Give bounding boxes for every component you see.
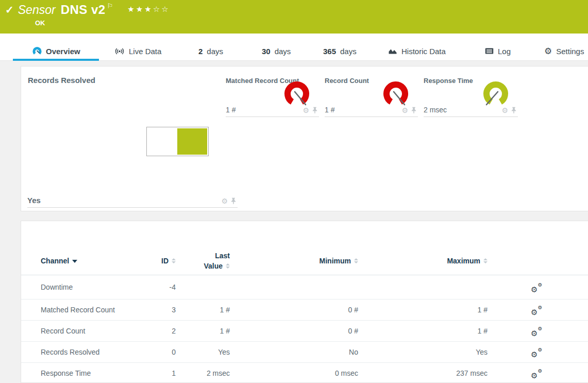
column-header-id[interactable]: ID bbox=[161, 251, 176, 271]
cell-channel: Matched Record Count bbox=[21, 306, 144, 314]
pin-icon[interactable] bbox=[411, 107, 416, 114]
tab-label: Live Data bbox=[129, 47, 161, 56]
gauge-value: 1 # bbox=[325, 106, 334, 114]
area-chart-icon bbox=[388, 47, 397, 55]
widget-gear-icon[interactable]: ⚙ bbox=[303, 107, 309, 114]
widget-gear-icon[interactable]: ⚙ bbox=[221, 197, 228, 205]
tab-label: Log bbox=[498, 47, 511, 56]
column-header-minimum[interactable]: Minimum bbox=[320, 251, 358, 271]
sensor-header: ✓ Sensor DNS v2 ⚐ ★★★☆☆ OK bbox=[0, 0, 588, 34]
tab-historic-data[interactable]: Historic Data bbox=[388, 42, 446, 60]
cell-maximum: 1 # bbox=[478, 327, 488, 335]
cell-maximum: 1 # bbox=[478, 306, 488, 314]
sort-arrows-icon bbox=[483, 258, 488, 263]
gauge-dial bbox=[281, 81, 313, 109]
sort-arrows-icon bbox=[354, 258, 358, 263]
tab-settings[interactable]: ⚙ Settings bbox=[544, 42, 584, 60]
tab-2-days[interactable]: 2 days bbox=[198, 42, 223, 60]
pin-icon[interactable] bbox=[511, 107, 516, 114]
cell-channel: Downtime bbox=[21, 283, 144, 291]
sensor-type-label: Sensor bbox=[18, 3, 56, 17]
records-resolved-indicator-fill bbox=[177, 128, 207, 155]
gear-icon: ⚙ bbox=[544, 47, 552, 56]
gauge-value-line: 1 # ⚙ bbox=[325, 106, 418, 117]
tab-label: Overview bbox=[46, 47, 80, 56]
records-resolved-indicator bbox=[146, 127, 209, 156]
tab-number: 30 bbox=[262, 47, 271, 56]
table-row: Matched Record Count 3 1 # 0 # 1 # ⚙⚙ bbox=[21, 299, 588, 321]
tab-365-days[interactable]: 365 days bbox=[323, 42, 357, 60]
cell-minimum: 0 # bbox=[348, 306, 358, 314]
tab-number: 2 bbox=[198, 47, 203, 56]
pin-icon[interactable] bbox=[312, 107, 317, 114]
sensor-name: DNS v2 bbox=[61, 3, 106, 17]
cell-channel: Record Count bbox=[21, 327, 144, 335]
status-check-icon: ✓ bbox=[5, 4, 14, 16]
tab-label: Settings bbox=[556, 47, 584, 56]
cell-last-value: 1 # bbox=[220, 306, 230, 314]
widget-actions: ⚙ bbox=[501, 107, 518, 114]
tab-label: Historic Data bbox=[401, 47, 446, 56]
gauge-widget-record-count: Record Count 1 # ⚙ bbox=[325, 74, 418, 117]
sort-arrows-icon bbox=[226, 263, 230, 269]
cell-id: 3 bbox=[172, 306, 176, 314]
tab-30-days[interactable]: 30 days bbox=[262, 42, 291, 60]
column-header-label: Minimum bbox=[320, 256, 351, 266]
records-resolved-title: Records Resolved bbox=[28, 76, 95, 85]
records-resolved-value-line: Yes ⚙ bbox=[27, 196, 238, 208]
cell-id: -4 bbox=[170, 283, 176, 291]
cell-last-value: Yes bbox=[218, 348, 230, 356]
tab-bar: Overview Live Data 2 days 30 days 365 da… bbox=[0, 34, 588, 61]
stars-empty[interactable]: ☆☆ bbox=[153, 5, 170, 13]
table-row: Records Resolved 0 Yes No Yes ⚙⚙ bbox=[21, 342, 588, 363]
gauge-dial bbox=[480, 81, 512, 109]
tab-overview[interactable]: Overview bbox=[32, 42, 80, 60]
table-row: Record Count 2 1 # 0 # 1 # ⚙⚙ bbox=[21, 321, 588, 342]
column-header-last-value[interactable]: Last Value bbox=[204, 251, 230, 271]
widget-actions: ⚙ bbox=[401, 107, 418, 114]
cell-channel: Response Time bbox=[21, 369, 144, 377]
cell-last-value: 2 msec bbox=[207, 369, 230, 377]
priority-stars[interactable]: ★★★☆☆ bbox=[127, 5, 170, 14]
column-header-label: Value bbox=[204, 261, 223, 271]
tab-log[interactable]: Log bbox=[485, 42, 511, 60]
gauge-dial bbox=[380, 81, 412, 109]
cell-channel: Records Resolved bbox=[21, 348, 144, 356]
log-list-icon bbox=[485, 47, 494, 55]
sort-arrows-icon bbox=[172, 258, 176, 263]
gauge-widget-matched-record-count: Matched Record Count 1 # ⚙ bbox=[226, 74, 319, 117]
widget-actions: ⚙ bbox=[221, 197, 238, 205]
tab-label: days bbox=[340, 47, 357, 56]
pin-icon[interactable] bbox=[231, 197, 236, 205]
column-header-label: Last bbox=[204, 251, 230, 261]
column-header-label: Maximum bbox=[447, 256, 480, 266]
widget-gear-icon[interactable]: ⚙ bbox=[501, 107, 508, 114]
gauge-value: 2 msec bbox=[424, 106, 447, 114]
gauge-icon bbox=[32, 47, 42, 55]
sensor-status-badge: OK bbox=[35, 19, 45, 27]
gauge-value-line: 2 msec ⚙ bbox=[424, 106, 518, 117]
flag-icon[interactable]: ⚐ bbox=[107, 2, 113, 10]
cell-maximum: 237 msec bbox=[456, 369, 488, 377]
stars-filled[interactable]: ★★★ bbox=[127, 5, 153, 13]
column-header-maximum[interactable]: Maximum bbox=[447, 251, 488, 271]
tab-number: 365 bbox=[323, 47, 336, 56]
table-row: Downtime -4 ⚙⚙ bbox=[21, 275, 588, 299]
table-row: Response Time 1 2 msec 0 msec 237 msec ⚙… bbox=[21, 363, 588, 383]
gauge-widget-response-time: Response Time 2 msec ⚙ bbox=[424, 74, 518, 117]
cell-minimum: 0 msec bbox=[335, 369, 358, 377]
sort-caret-down-icon bbox=[72, 260, 77, 263]
tab-live-data[interactable]: Live Data bbox=[114, 42, 161, 60]
column-header-label: ID bbox=[161, 256, 169, 266]
sensor-title-row: ✓ Sensor DNS v2 ⚐ ★★★☆☆ bbox=[5, 3, 170, 17]
overview-widgets-card: Records Resolved Yes ⚙ Matched Record Co… bbox=[21, 66, 588, 211]
live-data-icon bbox=[114, 47, 125, 55]
cell-id: 2 bbox=[172, 327, 176, 335]
content-area: Records Resolved Yes ⚙ Matched Record Co… bbox=[0, 61, 588, 383]
column-header-channel[interactable]: Channel bbox=[21, 251, 144, 271]
records-resolved-value: Yes bbox=[27, 196, 41, 205]
widget-actions: ⚙ bbox=[303, 107, 319, 114]
widget-gear-icon[interactable]: ⚙ bbox=[401, 107, 408, 114]
gauge-value: 1 # bbox=[226, 106, 236, 114]
channel-table-card: Channel ID Last Value Minimum Maximum bbox=[21, 221, 588, 383]
